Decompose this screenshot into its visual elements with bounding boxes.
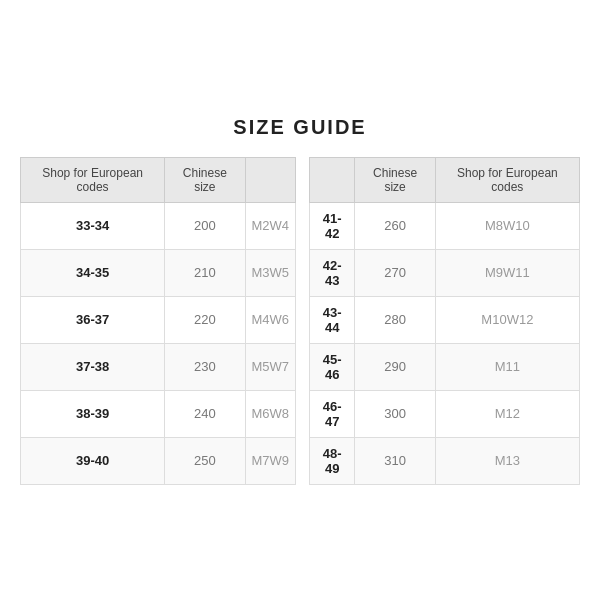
header-code-left <box>245 157 296 202</box>
right-code: M13 <box>435 437 579 484</box>
spacer-cell <box>296 390 310 437</box>
table-row: 33-34 200 M2W4 41-42 260 M8W10 <box>21 202 580 249</box>
right-code: M12 <box>435 390 579 437</box>
right-eu-size: 42-43 <box>310 249 355 296</box>
spacer-header <box>296 157 310 202</box>
left-cn-size: 250 <box>165 437 245 484</box>
header-chinese-size-right: Chinese size <box>355 157 435 202</box>
right-eu-size: 43-44 <box>310 296 355 343</box>
spacer-cell <box>296 437 310 484</box>
right-cn-size: 300 <box>355 390 435 437</box>
right-eu-size: 45-46 <box>310 343 355 390</box>
table-row: 34-35 210 M3W5 42-43 270 M9W11 <box>21 249 580 296</box>
left-code: M2W4 <box>245 202 296 249</box>
left-cn-size: 210 <box>165 249 245 296</box>
size-guide-container: SIZE GUIDE Shop for European codes Chine… <box>20 116 580 485</box>
spacer-cell <box>296 343 310 390</box>
spacer-cell <box>296 296 310 343</box>
left-eu-size: 37-38 <box>21 343 165 390</box>
table-row: 39-40 250 M7W9 48-49 310 M13 <box>21 437 580 484</box>
right-cn-size: 270 <box>355 249 435 296</box>
left-code: M5W7 <box>245 343 296 390</box>
left-cn-size: 240 <box>165 390 245 437</box>
right-code: M9W11 <box>435 249 579 296</box>
size-table: Shop for European codes Chinese size Chi… <box>20 157 580 485</box>
left-code: M3W5 <box>245 249 296 296</box>
right-cn-size: 290 <box>355 343 435 390</box>
header-shop-eu-left: Shop for European codes <box>21 157 165 202</box>
right-code: M8W10 <box>435 202 579 249</box>
left-code: M7W9 <box>245 437 296 484</box>
left-code: M6W8 <box>245 390 296 437</box>
table-row: 36-37 220 M4W6 43-44 280 M10W12 <box>21 296 580 343</box>
left-cn-size: 230 <box>165 343 245 390</box>
left-cn-size: 220 <box>165 296 245 343</box>
spacer-cell <box>296 202 310 249</box>
right-cn-size: 260 <box>355 202 435 249</box>
table-row: 37-38 230 M5W7 45-46 290 M11 <box>21 343 580 390</box>
spacer-cell <box>296 249 310 296</box>
left-eu-size: 39-40 <box>21 437 165 484</box>
left-eu-size: 34-35 <box>21 249 165 296</box>
left-eu-size: 33-34 <box>21 202 165 249</box>
left-cn-size: 200 <box>165 202 245 249</box>
right-code: M10W12 <box>435 296 579 343</box>
header-chinese-size-left: Chinese size <box>165 157 245 202</box>
right-eu-size: 46-47 <box>310 390 355 437</box>
left-eu-size: 36-37 <box>21 296 165 343</box>
right-cn-size: 280 <box>355 296 435 343</box>
right-eu-size: 48-49 <box>310 437 355 484</box>
right-cn-size: 310 <box>355 437 435 484</box>
header-shop-eu-right: Shop for European codes <box>435 157 579 202</box>
right-code: M11 <box>435 343 579 390</box>
right-eu-size: 41-42 <box>310 202 355 249</box>
page-title: SIZE GUIDE <box>20 116 580 139</box>
table-row: 38-39 240 M6W8 46-47 300 M12 <box>21 390 580 437</box>
header-eu-right <box>310 157 355 202</box>
left-code: M4W6 <box>245 296 296 343</box>
left-eu-size: 38-39 <box>21 390 165 437</box>
